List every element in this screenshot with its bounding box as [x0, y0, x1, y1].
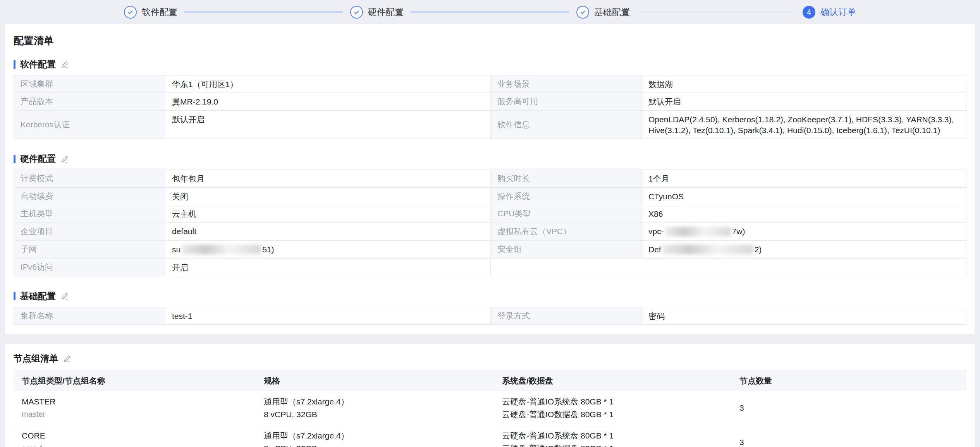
table-row: CORE core-1 通用型（s7.2xlarge.4） 8 vCPU, 32… — [14, 425, 966, 447]
edit-node-groups-icon[interactable] — [63, 355, 71, 363]
table-row: IPv6访问 开启 — [14, 258, 966, 276]
section-title: 硬件配置 — [20, 153, 56, 165]
redaction-blur — [182, 245, 261, 254]
field-value: CTyunOS — [641, 188, 966, 205]
node-group-table: 节点组类型/节点组名称 规格 系统盘/数据盘 节点数量 MASTER maste… — [14, 370, 966, 447]
section-title: 节点组清单 — [14, 353, 58, 365]
field-label: 产品版本 — [14, 93, 165, 110]
step-hardware-config[interactable]: 硬件配置 — [350, 6, 404, 19]
field-value: test-1 — [165, 307, 490, 324]
hardware-config-table: 计费模式 包年包月 购买时长 1个月 自动续费 关闭 操作系统 CTyunOS … — [14, 170, 966, 276]
table-row: 子网 su51) 安全组 Def2) — [14, 240, 966, 258]
edit-hardware-icon[interactable] — [60, 155, 69, 163]
node-disk-cell: 云硬盘-普通IO系统盘 80GB * 1 云硬盘-普通IO数据盘 80GB * … — [494, 391, 731, 425]
redaction-blur — [665, 227, 731, 236]
field-label: 安全组 — [490, 241, 641, 258]
table-row: 区域集群 华东1（可用区1） 业务场景 数据湖 — [14, 75, 966, 92]
node-spec-cell: 通用型（s7.2xlarge.4） 8 vCPU, 32GB — [256, 425, 494, 447]
table-row: 自动续费 关闭 操作系统 CTyunOS — [14, 187, 966, 205]
table-row: 企业项目 default 虚拟私有云（VPC） vpc-7w) — [14, 222, 966, 240]
section-accent-bar — [14, 60, 15, 69]
field-label: 登录方式 — [490, 307, 641, 324]
step-connector — [637, 12, 796, 12]
spec-resources: 8 vCPU, 32GB — [264, 442, 494, 447]
field-label: 集群名称 — [14, 307, 165, 324]
section-title: 软件配置 — [20, 58, 56, 70]
step-software-config[interactable]: 软件配置 — [124, 6, 177, 19]
field-value: 开启 — [165, 259, 490, 276]
table-row: 集群名称 test-1 登录方式 密码 — [14, 307, 966, 324]
value-prefix: vpc- — [648, 227, 664, 236]
field-value-redacted: su51) — [165, 241, 490, 258]
field-value: 默认开启 — [165, 111, 490, 139]
step-done-check-icon — [350, 6, 363, 19]
table-row: MASTER master 通用型（s7.2xlarge.4） 8 vCPU, … — [14, 391, 966, 425]
field-value: 默认开启 — [641, 93, 966, 110]
table-row: Kerberos认证 默认开启 软件信息 OpenLDAP(2.4.50), K… — [14, 110, 966, 139]
step-confirm-order[interactable]: 4 确认订单 — [803, 6, 856, 19]
step-label: 基础配置 — [594, 6, 630, 18]
edit-basic-icon[interactable] — [60, 292, 69, 300]
basic-config-table: 集群名称 test-1 登录方式 密码 — [14, 307, 966, 325]
node-type-cell: MASTER master — [14, 391, 256, 425]
stepper: 软件配置 硬件配置 基础配置 4 确认订单 — [0, 0, 980, 24]
column-header: 节点数量 — [731, 370, 966, 391]
field-label: 服务高可用 — [490, 93, 641, 110]
data-disk: 云硬盘-普通IO数据盘 80GB * 1 — [502, 442, 731, 447]
column-header: 规格 — [256, 370, 494, 391]
data-disk: 云硬盘-普通IO数据盘 80GB * 1 — [502, 408, 731, 421]
field-value: 数据湖 — [641, 75, 966, 92]
step-connector — [411, 12, 569, 12]
step-basic-config[interactable]: 基础配置 — [576, 6, 630, 19]
step-done-check-icon — [124, 6, 137, 19]
node-count: 3 — [731, 425, 966, 447]
field-label: 主机类型 — [14, 205, 165, 222]
software-config-table: 区域集群 华东1（可用区1） 业务场景 数据湖 产品版本 翼MR-2.19.0 … — [14, 75, 966, 139]
table-row: 产品版本 翼MR-2.19.0 服务高可用 默认开启 — [14, 92, 966, 110]
node-disk-cell: 云硬盘-普通IO系统盘 80GB * 1 云硬盘-普通IO数据盘 80GB * … — [494, 425, 731, 447]
field-label: 软件信息 — [490, 111, 641, 139]
section-title: 基础配置 — [20, 290, 56, 302]
node-group-type: CORE — [22, 429, 256, 442]
value-suffix: 51) — [262, 245, 274, 254]
step-label: 确认订单 — [820, 6, 856, 18]
field-value: 包年包月 — [165, 170, 490, 187]
field-label: 虚拟私有云（VPC） — [490, 223, 641, 240]
column-header: 节点组类型/节点组名称 — [14, 370, 256, 391]
page-title: 配置清单 — [14, 34, 966, 48]
system-disk: 云硬盘-普通IO系统盘 80GB * 1 — [502, 395, 731, 408]
field-value: 云主机 — [165, 205, 490, 222]
edit-software-icon[interactable] — [60, 60, 69, 69]
node-group-name: master — [22, 408, 256, 420]
node-group-type: MASTER — [22, 395, 256, 408]
spec-flavor: 通用型（s7.2xlarge.4） — [264, 395, 494, 408]
value-suffix: 2) — [755, 245, 762, 254]
column-header: 系统盘/数据盘 — [494, 370, 731, 391]
section-accent-bar — [14, 155, 15, 163]
field-label: 自动续费 — [14, 188, 165, 205]
field-label: IPv6访问 — [14, 259, 165, 276]
section-header-basic: 基础配置 — [14, 290, 966, 302]
field-label: Kerberos认证 — [14, 111, 165, 139]
section-header-hardware: 硬件配置 — [14, 153, 966, 165]
field-value: X86 — [641, 205, 966, 222]
node-group-name: core-1 — [22, 442, 256, 447]
spec-resources: 8 vCPU, 32GB — [264, 408, 494, 421]
field-label: 计费模式 — [14, 170, 165, 187]
redaction-blur — [662, 245, 753, 254]
table-row: 主机类型 云主机 CPU类型 X86 — [14, 205, 966, 222]
field-label: CPU类型 — [490, 205, 641, 222]
field-value: 翼MR-2.19.0 — [165, 93, 490, 110]
field-value: 1个月 — [641, 170, 966, 187]
step-label: 软件配置 — [142, 6, 177, 18]
step-number-badge: 4 — [803, 6, 815, 19]
node-type-cell: CORE core-1 — [14, 425, 256, 447]
field-label: 企业项目 — [14, 223, 165, 240]
value-suffix: 7w) — [732, 227, 745, 236]
value-prefix: su — [172, 245, 181, 254]
field-value: OpenLDAP(2.4.50), Kerberos(1.18.2), ZooK… — [641, 111, 966, 139]
node-group-card: 节点组清单 节点组类型/节点组名称 规格 系统盘/数据盘 节点数量 MASTER… — [5, 344, 975, 447]
section-accent-bar — [14, 292, 15, 300]
empty-cell — [490, 259, 966, 276]
field-value: 密码 — [641, 307, 966, 324]
